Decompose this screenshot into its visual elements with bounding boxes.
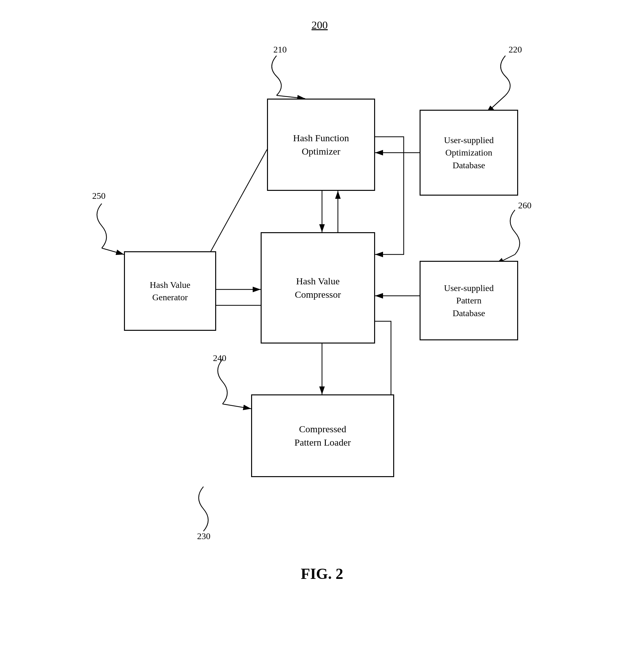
compressed-pattern-loader-label: Compressed Pattern Loader [294, 422, 351, 449]
label-220: 220 [509, 44, 522, 55]
svg-line-7 [102, 248, 124, 254]
hash-function-optimizer-box: Hash Function Optimizer [267, 99, 375, 191]
label-210: 210 [273, 44, 287, 55]
user-supplied-pattern-db-label: User-supplied Pattern Database [444, 282, 494, 319]
user-supplied-optimization-db-box: User-supplied Optimization Database [419, 110, 518, 196]
label-240: 240 [213, 353, 226, 363]
svg-line-14 [223, 404, 251, 409]
svg-line-2 [276, 95, 305, 99]
diagram-container: 200 210 220 Hash Function Optimizer User… [0, 0, 644, 646]
label-260: 260 [518, 200, 531, 211]
compressed-pattern-loader-box: Compressed Pattern Loader [251, 395, 394, 477]
hash-value-generator-label: Hash Value Generator [150, 279, 190, 303]
user-supplied-optimization-db-label: User-supplied Optimization Database [444, 134, 494, 172]
figure-number-200: 200 [311, 19, 328, 31]
hash-value-compressor-label: Hash Value Compressor [295, 275, 341, 301]
hash-value-generator-box: Hash Value Generator [124, 251, 216, 331]
fig-caption: FIG. 2 [301, 565, 343, 582]
hash-function-optimizer-label: Hash Function Optimizer [293, 131, 349, 158]
label-230: 230 [197, 531, 211, 541]
hash-value-compressor-box: Hash Value Compressor [261, 232, 375, 343]
user-supplied-pattern-db-box: User-supplied Pattern Database [419, 261, 518, 340]
label-250: 250 [92, 191, 106, 201]
